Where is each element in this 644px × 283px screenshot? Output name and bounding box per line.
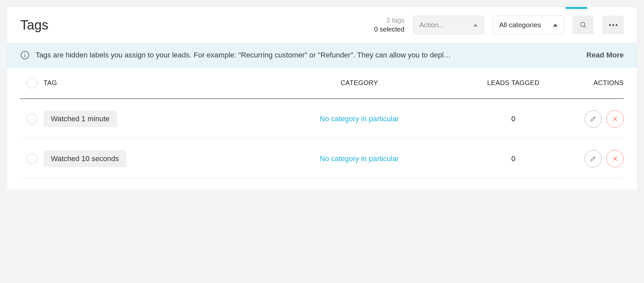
edit-button[interactable] bbox=[585, 110, 602, 128]
svg-line-1 bbox=[584, 26, 586, 28]
leads-count: 0 bbox=[511, 154, 515, 163]
table-header-row: Tag Category Leads Tagged Actions bbox=[20, 67, 624, 99]
info-banner: Tags are hidden labels you assign to you… bbox=[7, 43, 637, 67]
tags-panel: Tags 2 tags 0 selected Action... All cat… bbox=[7, 7, 637, 190]
search-icon bbox=[579, 21, 587, 29]
pencil-icon bbox=[590, 115, 597, 123]
pencil-icon bbox=[590, 155, 597, 162]
active-tab-indicator bbox=[566, 7, 587, 9]
table-row: Watched 10 seconds No category in partic… bbox=[20, 139, 624, 179]
tag-counts: 2 tags 0 selected bbox=[374, 16, 404, 34]
row-checkbox[interactable] bbox=[27, 153, 37, 164]
read-more-link[interactable]: Read More bbox=[587, 51, 624, 59]
row-actions bbox=[567, 150, 624, 167]
panel-header: Tags 2 tags 0 selected Action... All cat… bbox=[7, 7, 637, 43]
info-text: Tags are hidden labels you assign to you… bbox=[36, 51, 581, 59]
col-header-actions: Actions bbox=[567, 79, 624, 87]
svg-point-4 bbox=[25, 53, 25, 53]
table-row: Watched 1 minute No category in particul… bbox=[20, 99, 624, 139]
delete-button[interactable] bbox=[606, 110, 624, 128]
row-checkbox[interactable] bbox=[27, 114, 37, 124]
info-icon bbox=[20, 50, 30, 60]
row-actions bbox=[567, 110, 624, 128]
header-controls: 2 tags 0 selected Action... All categori… bbox=[374, 16, 624, 34]
action-select-label: Action... bbox=[419, 21, 445, 29]
chevron-up-icon bbox=[473, 24, 478, 27]
category-select-label: All categories bbox=[499, 21, 541, 29]
svg-point-0 bbox=[581, 22, 585, 27]
action-select[interactable]: Action... bbox=[413, 16, 484, 34]
col-header-category: Category bbox=[259, 79, 460, 87]
category-select[interactable]: All categories bbox=[493, 16, 564, 34]
tags-table: Tag Category Leads Tagged Actions Watche… bbox=[7, 67, 637, 179]
edit-button[interactable] bbox=[585, 150, 602, 167]
chevron-up-icon bbox=[553, 24, 558, 27]
col-header-leads: Leads Tagged bbox=[460, 79, 567, 87]
close-icon bbox=[611, 115, 619, 123]
select-all-checkbox[interactable] bbox=[27, 78, 37, 88]
panel-footer bbox=[7, 179, 637, 190]
close-icon bbox=[611, 155, 619, 162]
selected-count: 0 selected bbox=[374, 25, 404, 34]
tag-chip[interactable]: Watched 10 seconds bbox=[44, 150, 126, 167]
leads-count: 0 bbox=[511, 115, 515, 123]
page-title: Tags bbox=[20, 18, 49, 33]
category-link[interactable]: No category in particular bbox=[320, 154, 399, 163]
delete-button[interactable] bbox=[606, 150, 624, 167]
search-button[interactable] bbox=[573, 16, 594, 34]
col-header-tag: Tag bbox=[44, 79, 259, 87]
category-link[interactable]: No category in particular bbox=[320, 115, 399, 123]
more-button[interactable] bbox=[602, 16, 624, 34]
dots-icon bbox=[609, 24, 617, 26]
tags-count: 2 tags bbox=[374, 16, 404, 25]
tag-chip[interactable]: Watched 1 minute bbox=[44, 111, 117, 127]
